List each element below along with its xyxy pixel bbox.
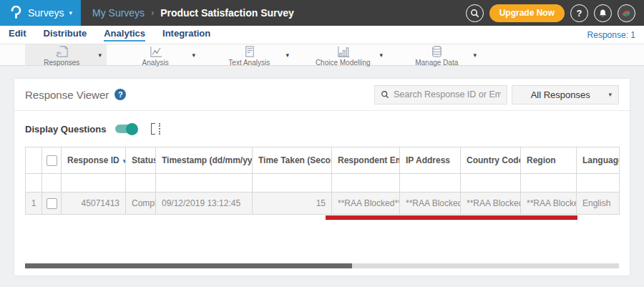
response-viewer-help-icon[interactable]: ? — [114, 89, 126, 100]
header-region: Region — [521, 147, 577, 174]
choice-modelling-dropdown-icon[interactable]: ▾ — [379, 52, 388, 59]
toolbar-choice-modelling-label: Choice Modelling — [306, 59, 379, 67]
red-underline-annotation — [326, 215, 577, 219]
avatar-image-icon — [620, 7, 633, 19]
header-time-taken[interactable]: Time Taken (Seconds)⇅ — [253, 147, 332, 174]
select-all-checkbox[interactable] — [47, 155, 57, 166]
toggle-knob — [126, 123, 138, 135]
text-analysis-dropdown-icon[interactable]: ▾ — [286, 52, 294, 59]
filter-input-language[interactable] — [582, 174, 613, 192]
questionpro-logo-icon — [10, 6, 21, 20]
toolbar-responses[interactable]: Responses ▾ — [25, 44, 107, 65]
cell-timestamp: 09/12/2019 13:12:45 — [156, 193, 253, 215]
chevron-down-icon: ▾ — [69, 10, 73, 16]
freeze-columns-icon[interactable] — [151, 123, 160, 135]
page-title: Response Viewer — [25, 89, 109, 101]
responses-table: Response ID▾ Status Timestamp (dd/mm/yyy… — [25, 147, 620, 215]
app-menu[interactable]: Surveys ▾ — [0, 0, 81, 26]
cell-status: Completed — [126, 193, 156, 215]
display-questions-row: Display Questions — [14, 111, 630, 147]
tab-analytics[interactable]: Analytics — [104, 28, 145, 42]
filter-input-ip-address[interactable] — [406, 174, 454, 192]
help-button[interactable]: ? — [570, 4, 588, 22]
text-analysis-icon — [242, 45, 257, 59]
toolbar-responses-label: Responses — [25, 59, 98, 67]
question-mark-icon: ? — [577, 8, 582, 19]
survey-tab-bar: Edit Distribute Analytics Integration Re… — [0, 26, 644, 44]
filter-input-time-taken[interactable] — [258, 174, 326, 192]
toolbar-text-analysis-label: Text Analysis — [213, 59, 286, 67]
breadcrumb-my-surveys[interactable]: My Surveys — [92, 7, 145, 19]
responses-filter-value: All Responses — [512, 89, 608, 100]
topbar-actions: Upgrade Now ? — [466, 0, 644, 26]
analysis-icon — [148, 45, 163, 59]
toolbar-text-analysis[interactable]: Text Analysis ▾ — [213, 44, 294, 65]
row-select-cell — [42, 193, 62, 215]
filter-input-response-id[interactable] — [67, 174, 119, 192]
notifications-button[interactable] — [594, 4, 612, 22]
header-language: Language — [577, 147, 620, 174]
search-button[interactable] — [466, 4, 484, 22]
filter-input-respondent-email[interactable] — [338, 174, 394, 192]
toolbar-manage-data[interactable]: Manage Data ▾ — [400, 44, 482, 65]
analysis-dropdown-icon[interactable]: ▾ — [192, 52, 200, 59]
tab-integration[interactable]: Integration — [162, 28, 210, 42]
header-respondent-email: Respondent Email — [332, 147, 400, 174]
filter-input-country-code[interactable] — [467, 174, 514, 192]
row-checkbox[interactable] — [47, 198, 57, 209]
analytics-toolbar: Responses ▾ Analysis ▾ Text Analysis ▾ C… — [0, 44, 644, 66]
display-questions-toggle[interactable] — [115, 125, 137, 133]
tab-distribute[interactable]: Distribute — [44, 28, 87, 42]
cell-respondent-email: **RAA Blocked** — [332, 193, 400, 215]
header-status: Status — [126, 147, 156, 174]
toolbar-manage-data-label: Manage Data — [400, 59, 473, 67]
table-row: 1 45071413 Completed 09/12/2019 13:12:45… — [26, 193, 620, 215]
top-bar: Surveys ▾ My Surveys › Product Satisfact… — [0, 0, 644, 26]
filter-input-timestamp[interactable] — [162, 174, 246, 192]
app-menu-label: Surveys — [28, 7, 64, 19]
display-questions-label: Display Questions — [25, 124, 106, 135]
cell-language: English — [577, 193, 620, 215]
header-response-id[interactable]: Response ID▾ — [62, 147, 126, 174]
manage-data-dropdown-icon[interactable]: ▾ — [473, 52, 482, 59]
header-ip-address: IP Address — [400, 147, 461, 174]
user-avatar[interactable] — [618, 4, 635, 22]
row-number: 1 — [26, 193, 42, 215]
cell-country-code: **RAA Blocked** — [461, 193, 521, 215]
toolbar-analysis[interactable]: Analysis ▾ — [119, 44, 200, 65]
toolbar-choice-modelling[interactable]: Choice Modelling ▾ — [306, 44, 388, 65]
response-count-label: Response: 1 — [587, 30, 635, 40]
header-country-code: Country Code — [461, 147, 521, 174]
header-row-number — [26, 147, 42, 174]
bell-icon — [598, 9, 608, 18]
horizontal-scrollbar[interactable] — [25, 263, 619, 268]
search-icon — [470, 9, 479, 18]
response-viewer-panel: Response Viewer ? All Responses ▾ Displa… — [14, 79, 630, 276]
table-header-row: Response ID▾ Status Timestamp (dd/mm/yyy… — [26, 147, 620, 174]
toolbar-analysis-label: Analysis — [119, 59, 192, 67]
search-input[interactable] — [394, 89, 501, 99]
responses-dropdown-icon[interactable]: ▾ — [98, 52, 107, 59]
responses-icon — [54, 45, 69, 59]
scrollbar-thumb[interactable] — [25, 263, 352, 268]
response-search-box — [374, 85, 507, 104]
sort-desc-icon: ▾ — [123, 157, 126, 165]
breadcrumb: My Surveys › Product Satisfaction Survey — [92, 0, 294, 26]
breadcrumb-separator-icon: › — [151, 8, 154, 18]
cell-ip-address: **RAA Blocked** — [400, 193, 461, 215]
responses-filter-dropdown[interactable]: All Responses ▾ — [512, 85, 619, 104]
chevron-down-icon: ▾ — [608, 92, 618, 98]
manage-data-icon — [429, 45, 444, 59]
header-select-all — [42, 147, 62, 174]
panel-header: Response Viewer ? All Responses ▾ — [14, 79, 630, 111]
cell-region: **RAA Blocked** — [521, 193, 577, 215]
tab-edit[interactable]: Edit — [9, 28, 26, 42]
filter-input-region[interactable] — [527, 174, 570, 192]
upgrade-now-button[interactable]: Upgrade Now — [489, 4, 565, 22]
cell-time-taken: 15 — [253, 193, 332, 215]
cell-response-id[interactable]: 45071413 — [62, 193, 126, 215]
filter-input-status[interactable] — [132, 174, 150, 192]
choice-modelling-icon — [336, 45, 351, 59]
header-timestamp[interactable]: Timestamp (dd/mm/yyyy)⇅ — [156, 147, 253, 174]
table-filter-row — [26, 174, 620, 193]
